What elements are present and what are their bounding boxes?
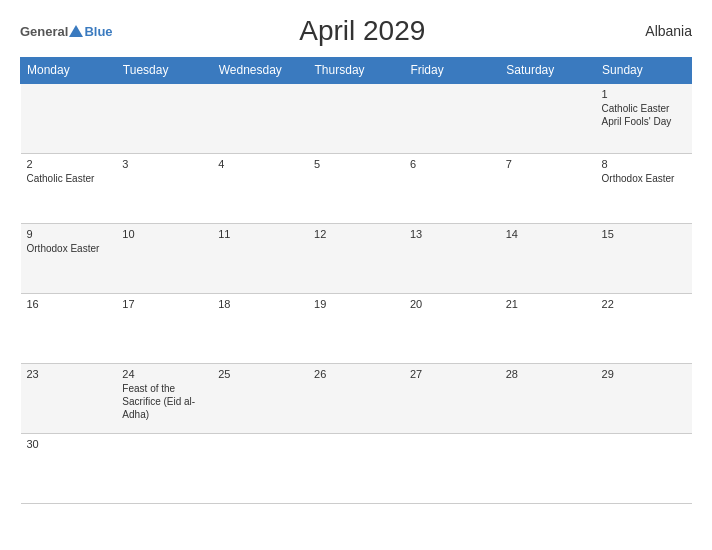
col-friday: Friday [404,58,500,84]
page: General Blue April 2029 Albania Monday T… [0,0,712,550]
day-number: 13 [410,228,494,240]
calendar-cell: 4 [212,153,308,223]
day-number: 7 [506,158,590,170]
day-number: 4 [218,158,302,170]
calendar-cell [404,433,500,503]
logo-general-text: General [20,24,68,39]
calendar-cell: 1Catholic EasterApril Fools' Day [596,83,692,153]
calendar-cell: 30 [21,433,117,503]
calendar-cell: 7 [500,153,596,223]
calendar-cell [116,83,212,153]
calendar-cell: 3 [116,153,212,223]
day-number: 23 [27,368,111,380]
day-number: 6 [410,158,494,170]
calendar-week-row: 16171819202122 [21,293,692,363]
day-number: 15 [602,228,686,240]
col-thursday: Thursday [308,58,404,84]
calendar-cell: 13 [404,223,500,293]
calendar-week-row: 2324Feast of the Sacrifice (Eid al-Adha)… [21,363,692,433]
calendar-week-row: 2Catholic Easter345678Orthodox Easter [21,153,692,223]
calendar-cell: 22 [596,293,692,363]
calendar-cell [308,83,404,153]
day-number: 29 [602,368,686,380]
calendar-cell: 20 [404,293,500,363]
calendar-week-row: 1Catholic EasterApril Fools' Day [21,83,692,153]
col-saturday: Saturday [500,58,596,84]
calendar-cell: 6 [404,153,500,223]
col-monday: Monday [21,58,117,84]
event-label: April Fools' Day [602,115,686,128]
day-number: 11 [218,228,302,240]
day-number: 25 [218,368,302,380]
calendar-cell: 8Orthodox Easter [596,153,692,223]
calendar-cell: 2Catholic Easter [21,153,117,223]
day-number: 17 [122,298,206,310]
day-number: 16 [27,298,111,310]
calendar-cell: 26 [308,363,404,433]
day-number: 21 [506,298,590,310]
day-number: 8 [602,158,686,170]
calendar-cell: 10 [116,223,212,293]
col-tuesday: Tuesday [116,58,212,84]
calendar-cell: 25 [212,363,308,433]
calendar-cell: 18 [212,293,308,363]
calendar-cell: 19 [308,293,404,363]
calendar-cell [308,433,404,503]
calendar-cell: 27 [404,363,500,433]
calendar-cell [596,433,692,503]
calendar-cell [212,433,308,503]
day-number: 30 [27,438,111,450]
event-label: Feast of the Sacrifice (Eid al-Adha) [122,382,206,421]
day-number: 19 [314,298,398,310]
day-number: 12 [314,228,398,240]
calendar-cell: 24Feast of the Sacrifice (Eid al-Adha) [116,363,212,433]
calendar-cell: 21 [500,293,596,363]
event-label: Orthodox Easter [27,242,111,255]
day-number: 22 [602,298,686,310]
logo: General Blue [20,24,113,39]
calendar-week-row: 30 [21,433,692,503]
calendar-cell [21,83,117,153]
calendar-cell [212,83,308,153]
day-number: 5 [314,158,398,170]
event-label: Catholic Easter [27,172,111,185]
calendar-cell: 23 [21,363,117,433]
calendar-cell [116,433,212,503]
col-wednesday: Wednesday [212,58,308,84]
event-label: Catholic Easter [602,102,686,115]
day-number: 27 [410,368,494,380]
country-label: Albania [612,23,692,39]
day-number: 20 [410,298,494,310]
calendar-cell: 14 [500,223,596,293]
calendar-cell [500,83,596,153]
day-number: 9 [27,228,111,240]
calendar-table: Monday Tuesday Wednesday Thursday Friday… [20,57,692,504]
weekday-header-row: Monday Tuesday Wednesday Thursday Friday… [21,58,692,84]
calendar-cell: 15 [596,223,692,293]
day-number: 24 [122,368,206,380]
logo-triangle-icon [69,25,83,37]
calendar-cell: 28 [500,363,596,433]
calendar-cell: 17 [116,293,212,363]
calendar-cell [404,83,500,153]
calendar-cell [500,433,596,503]
day-number: 14 [506,228,590,240]
col-sunday: Sunday [596,58,692,84]
calendar-cell: 12 [308,223,404,293]
calendar-cell: 9Orthodox Easter [21,223,117,293]
day-number: 1 [602,88,686,100]
day-number: 18 [218,298,302,310]
header: General Blue April 2029 Albania [20,15,692,47]
day-number: 2 [27,158,111,170]
calendar-week-row: 9Orthodox Easter101112131415 [21,223,692,293]
calendar-cell: 5 [308,153,404,223]
day-number: 10 [122,228,206,240]
event-label: Orthodox Easter [602,172,686,185]
calendar-cell: 29 [596,363,692,433]
calendar-cell: 16 [21,293,117,363]
calendar-title: April 2029 [113,15,612,47]
day-number: 26 [314,368,398,380]
logo-blue-text: Blue [84,24,112,39]
calendar-cell: 11 [212,223,308,293]
day-number: 28 [506,368,590,380]
